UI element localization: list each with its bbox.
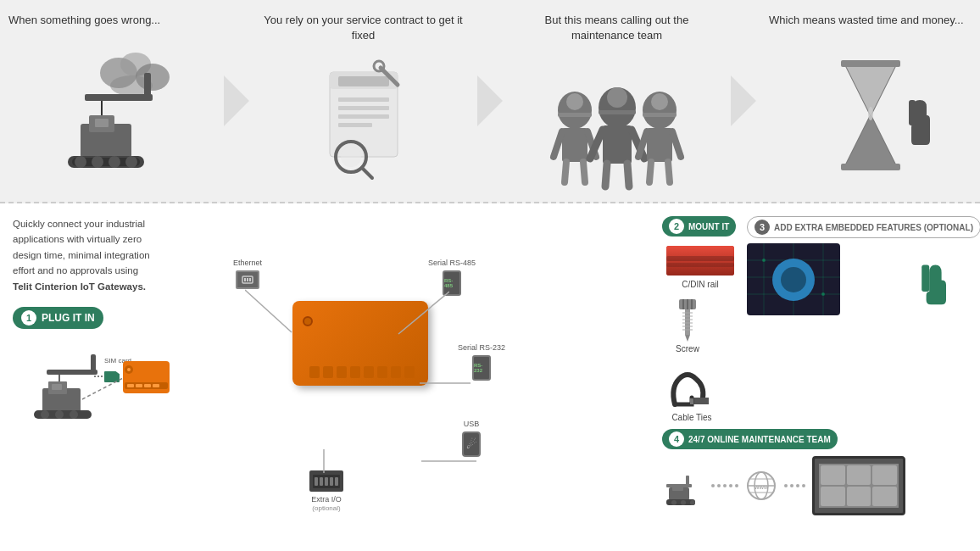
badge-num-1: 1 bbox=[21, 310, 36, 326]
svg-rect-21 bbox=[338, 114, 389, 119]
features-badge: 3 ADD EXTRA EMBEDDED FEATURES (OPTIONAL) bbox=[747, 216, 980, 238]
rs232-label: Serial RS-232 bbox=[458, 343, 505, 352]
svg-point-117 bbox=[821, 292, 825, 296]
svg-rect-54 bbox=[841, 164, 900, 170]
illustration-4 bbox=[794, 36, 947, 193]
screw-svg bbox=[662, 298, 713, 344]
svg-point-26 bbox=[341, 147, 361, 167]
plug-badge: 1 PLUG IT IN bbox=[13, 307, 103, 329]
svg-rect-71 bbox=[127, 384, 134, 387]
mount-item-screw: Screw bbox=[662, 298, 713, 353]
badge-num-2: 2 bbox=[669, 219, 684, 234]
mount-section: 2 MOUNT IT bbox=[662, 216, 738, 422]
svg-line-43 bbox=[627, 164, 629, 186]
rs485-label: Serial RS-485 bbox=[428, 259, 476, 267]
svg-rect-22 bbox=[338, 123, 372, 127]
svg-point-52 bbox=[868, 107, 873, 120]
arrow-1 bbox=[220, 0, 253, 202]
svg-point-15 bbox=[125, 156, 137, 168]
arrow-shape-3 bbox=[731, 75, 756, 126]
svg-point-127 bbox=[690, 500, 695, 505]
svg-text:www: www bbox=[754, 484, 769, 490]
svg-rect-18 bbox=[338, 76, 389, 86]
online-crane-svg bbox=[662, 467, 704, 505]
din-rail-svg bbox=[662, 242, 738, 280]
svg-point-76 bbox=[127, 368, 131, 371]
svg-point-125 bbox=[671, 500, 677, 505]
svg-rect-55 bbox=[909, 100, 916, 125]
extra-io-port: Extra I/O (optional) bbox=[309, 470, 343, 512]
caption-1: When something goes wrong... bbox=[8, 13, 160, 28]
svg-rect-19 bbox=[338, 97, 389, 102]
svg-point-13 bbox=[92, 156, 103, 168]
left-column: Quickly connect your industrial applicat… bbox=[13, 216, 199, 537]
arrow-2 bbox=[473, 0, 507, 202]
middle-column: Ethernet Serial RS-485 bbox=[208, 216, 654, 537]
mount-item-cable: Cable Ties bbox=[662, 362, 721, 422]
online-badge: 4 24/7 ONLINE MAINTENANCE TEAM bbox=[662, 429, 838, 449]
ethernet-label: Ethernet bbox=[233, 259, 262, 267]
service-svg bbox=[296, 55, 432, 191]
description-text: Quickly connect your industrial applicat… bbox=[13, 216, 199, 294]
caption-3: But this means calling out the maintenan… bbox=[515, 13, 718, 43]
svg-rect-81 bbox=[249, 278, 251, 281]
svg-rect-5 bbox=[144, 73, 151, 101]
svg-rect-80 bbox=[247, 278, 248, 281]
svg-point-38 bbox=[607, 87, 627, 108]
svg-line-34 bbox=[565, 162, 566, 182]
svg-point-24 bbox=[374, 61, 384, 71]
svg-rect-45 bbox=[643, 113, 677, 117]
top-panel-4: Which means wasted time and money... bbox=[760, 0, 980, 202]
svg-rect-87 bbox=[315, 477, 318, 486]
svg-rect-9 bbox=[95, 119, 109, 127]
mount-item-din: C/DIN rail bbox=[662, 242, 738, 289]
svg-line-83 bbox=[398, 292, 449, 334]
online-section: 4 24/7 ONLINE MAINTENANCE TEAM bbox=[662, 429, 967, 515]
chip-inner bbox=[781, 267, 806, 292]
svg-line-82 bbox=[245, 290, 292, 332]
svg-point-30 bbox=[566, 93, 583, 110]
svg-rect-109 bbox=[690, 398, 693, 404]
badge-num-4: 4 bbox=[669, 431, 684, 447]
svg-rect-20 bbox=[338, 106, 389, 110]
svg-rect-73 bbox=[144, 384, 151, 387]
usb-port: USB ☄ bbox=[462, 420, 481, 457]
arrow-shape-2 bbox=[477, 75, 503, 126]
thumbs-up-container bbox=[908, 246, 967, 317]
rs232-port: Serial RS-232 RS-232 bbox=[458, 343, 505, 381]
top-section: When something goes wrong... bbox=[0, 0, 980, 203]
svg-marker-108 bbox=[685, 335, 690, 342]
svg-rect-4 bbox=[85, 94, 153, 101]
svg-line-35 bbox=[583, 162, 585, 182]
svg-rect-79 bbox=[244, 278, 246, 281]
features-badge-label: ADD EXTRA EMBEDDED FEATURES (OPTIONAL) bbox=[774, 223, 973, 232]
monitor-inner bbox=[819, 464, 899, 507]
chip-container bbox=[747, 243, 840, 315]
svg-line-27 bbox=[362, 168, 372, 178]
svg-rect-37 bbox=[599, 110, 636, 114]
mount-badge-label: MOUNT IT bbox=[688, 222, 729, 231]
svg-point-116 bbox=[762, 259, 766, 262]
svg-rect-39 bbox=[603, 125, 632, 164]
svg-rect-90 bbox=[330, 477, 333, 486]
cable-ties-label: Cable Ties bbox=[671, 413, 711, 422]
svg-rect-74 bbox=[153, 384, 159, 387]
illustration-1 bbox=[34, 36, 187, 193]
online-illustration: www bbox=[662, 456, 967, 515]
hourglass-svg bbox=[794, 47, 947, 183]
svg-rect-29 bbox=[558, 113, 592, 117]
dots-connector-2 bbox=[784, 484, 805, 487]
svg-rect-47 bbox=[647, 128, 672, 162]
svg-line-50 bbox=[649, 162, 651, 182]
top-panel-1: When something goes wrong... bbox=[0, 0, 220, 202]
svg-rect-56 bbox=[47, 370, 97, 375]
svg-line-42 bbox=[605, 164, 607, 186]
usb-label: USB bbox=[464, 420, 480, 428]
svg-rect-72 bbox=[136, 384, 142, 387]
cable-ties-svg bbox=[662, 362, 721, 413]
svg-point-65 bbox=[70, 410, 78, 419]
globe-svg: www bbox=[745, 470, 777, 502]
team-svg bbox=[541, 55, 693, 191]
svg-rect-96 bbox=[666, 263, 734, 267]
svg-point-14 bbox=[109, 156, 120, 168]
